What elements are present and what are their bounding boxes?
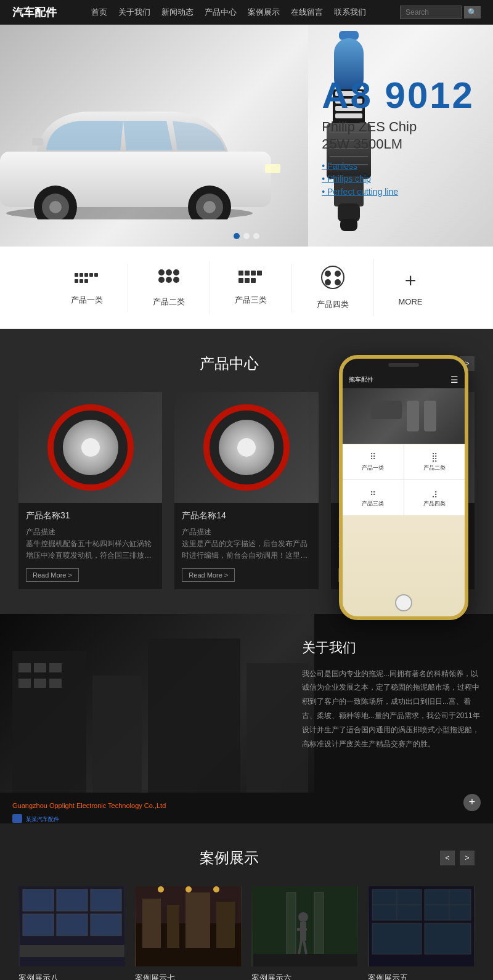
category-1[interactable]: 产品一类 xyxy=(46,264,128,312)
svg-rect-68 xyxy=(57,889,88,911)
product-2-name: 产品名称14 xyxy=(182,510,311,521)
svg-rect-25 xyxy=(340,219,357,231)
hero-product-name: A8 9012 xyxy=(322,74,475,116)
svg-point-47 xyxy=(322,266,344,288)
svg-rect-69 xyxy=(91,889,121,911)
product-2-image xyxy=(174,392,318,503)
svg-rect-71 xyxy=(57,914,88,936)
case-4-name: 案例展示五 xyxy=(368,973,475,980)
svg-point-51 xyxy=(335,279,341,285)
hero-car xyxy=(0,84,283,222)
svg-rect-79 xyxy=(216,902,235,948)
hero-background xyxy=(0,25,308,247)
product-2-read-more[interactable]: Read More > xyxy=(182,568,235,582)
feature-1[interactable]: • Fanless xyxy=(322,161,475,171)
case-1-svg xyxy=(20,886,124,966)
product-1-read-more[interactable]: Read More > xyxy=(26,568,79,582)
svg-rect-31 xyxy=(75,279,78,283)
nav-cases[interactable]: 案例展示 xyxy=(248,7,280,18)
site-logo: 汽车配件 xyxy=(12,5,57,20)
case-1-name: 案例展示八 xyxy=(18,973,125,980)
svg-point-39 xyxy=(173,277,179,283)
cases-next-button[interactable]: > xyxy=(460,851,475,865)
svg-point-7 xyxy=(203,201,216,213)
svg-point-48 xyxy=(325,271,331,277)
case-2-svg xyxy=(136,886,241,966)
category-1-icon xyxy=(75,270,99,290)
case-card-4: 案例展示五 案例描述这里是，击选工具展示的文字描述，后台发布产品。 Read M… xyxy=(368,886,475,980)
svg-point-81 xyxy=(185,886,192,892)
phone-cat-1: ⠿ 产品一类 xyxy=(343,444,404,480)
nav-about[interactable]: 关于我们 xyxy=(118,7,150,18)
search-button[interactable]: 🔍 xyxy=(464,6,481,18)
svg-rect-46 xyxy=(251,278,256,283)
category-3-icon xyxy=(238,270,263,290)
svg-text:Guangzhou Opplight Electronic : Guangzhou Opplight Electronic Technology… xyxy=(12,802,166,809)
svg-rect-9 xyxy=(32,138,43,145)
svg-rect-56 xyxy=(18,663,31,672)
more-icon: + xyxy=(405,269,417,292)
hero-carousel-dots xyxy=(234,233,259,239)
product-1-info: 产品名称31 产品描述墓牛控掘机配备五十杺四叫样六缸涡轮增压中冷直喷发动机，符合… xyxy=(18,503,162,589)
case-2-image xyxy=(135,886,242,966)
svg-rect-96 xyxy=(425,923,471,954)
search-input[interactable] xyxy=(400,6,462,19)
cases-section: 案例展示 < > xyxy=(0,823,493,980)
category-more[interactable]: + MORE xyxy=(374,263,447,312)
case-card-3: 案例展示六 案例描述这里是某某工具展示的文字描述，后台发布产品。 Read Mo… xyxy=(251,886,358,980)
carousel-dot-3[interactable] xyxy=(253,233,259,239)
hero-features-list: • Fanless • Philips chip • Perfect cutti… xyxy=(322,161,475,197)
svg-point-50 xyxy=(325,279,331,285)
car-svg xyxy=(0,84,283,219)
category-bar: 产品一类 产品二类 产品三类 产品四类 + MORE xyxy=(0,247,493,329)
svg-rect-78 xyxy=(185,892,210,948)
main-nav: 首页 关于我们 新闻动态 产品中心 案例展示 在线留言 联系我们 xyxy=(91,7,366,18)
svg-point-37 xyxy=(158,277,165,283)
phone-status-bar xyxy=(343,359,465,371)
phone-home-button xyxy=(395,594,412,611)
cases-prev-button[interactable]: < xyxy=(440,851,455,865)
nav-home[interactable]: 首页 xyxy=(91,7,107,18)
category-3-label: 产品三类 xyxy=(235,295,267,306)
phone-banner-icon-2 xyxy=(407,401,419,431)
svg-rect-58 xyxy=(49,663,62,672)
svg-rect-59 xyxy=(18,679,31,688)
category-3[interactable]: 产品三类 xyxy=(210,264,292,312)
svg-rect-57 xyxy=(34,663,46,672)
nav-contact[interactable]: 联系我们 xyxy=(334,7,366,18)
about-more-button[interactable]: + xyxy=(463,794,481,811)
cases-section-header: 案例展示 < > xyxy=(18,848,475,868)
category-2[interactable]: 产品二类 xyxy=(128,261,210,314)
feature-2[interactable]: • Philips chip xyxy=(322,174,475,184)
svg-rect-77 xyxy=(167,905,179,948)
svg-rect-40 xyxy=(238,271,243,276)
svg-rect-95 xyxy=(372,923,422,954)
svg-point-35 xyxy=(166,269,172,276)
hero-text-block: A8 9012 Philip ZES Chip 25W 3500LM • Fan… xyxy=(322,74,475,200)
carousel-dot-2[interactable] xyxy=(243,233,250,239)
feature-3[interactable]: • Perfect cutting line xyxy=(322,187,475,197)
about-text: 我公司是国内专业的拖泥...同拥有著名的科精领养，以诚信为企业发展之本，定了稳固… xyxy=(302,667,481,751)
nav-message[interactable]: 在线留言 xyxy=(291,7,323,18)
svg-rect-8 xyxy=(265,164,280,173)
svg-rect-27 xyxy=(79,273,83,277)
phone-cat-2: ⣿ 产品二类 xyxy=(404,444,465,480)
product-area: 产品名称31 产品描述墓牛控掘机配备五十杺四叫样六缸涡轮增压中冷直喷发动机，符合… xyxy=(18,392,475,589)
category-1-label: 产品一类 xyxy=(71,295,103,306)
phone-cat-2-icon: ⣿ xyxy=(412,452,458,462)
case-3-svg xyxy=(253,886,357,966)
hero-chip: Philip ZES Chip xyxy=(322,119,475,135)
svg-rect-84 xyxy=(287,892,296,960)
nav-products[interactable]: 产品中心 xyxy=(205,7,237,18)
svg-point-49 xyxy=(335,271,341,277)
phone-cat-4-label: 产品四类 xyxy=(412,500,458,508)
case-grid: 案例展示八 案例描述 Read More > xyxy=(18,886,475,980)
category-2-icon xyxy=(157,267,181,292)
category-4[interactable]: 产品四类 xyxy=(292,259,374,316)
case-3-name: 案例展示六 xyxy=(251,973,358,980)
nav-news[interactable]: 新闻动态 xyxy=(161,7,194,18)
svg-point-80 xyxy=(158,886,164,892)
carousel-dot-1[interactable] xyxy=(234,233,240,239)
about-section: Guangzhou Opplight Electronic Technology… xyxy=(0,614,493,823)
header: 汽车配件 首页 关于我们 新闻动态 产品中心 案例展示 在线留言 联系我们 🔍 xyxy=(0,0,493,25)
